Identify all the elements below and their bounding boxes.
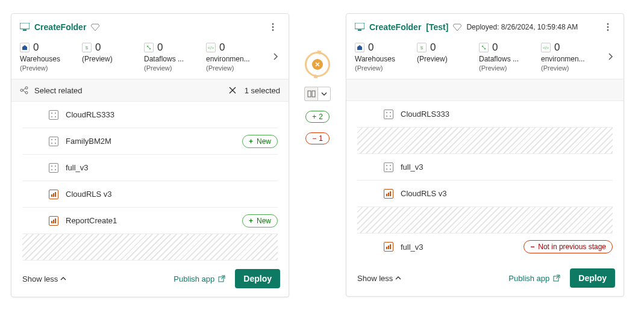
card-title[interactable]: CreateFolder [369,22,421,32]
stat-label: Warehouses [355,55,410,63]
svg-rect-65 [388,246,389,249]
stat-tile[interactable]: 0Warehouses(Preview) [355,42,417,72]
stat-count: 0 [33,42,39,54]
list-item[interactable]: CloudRLS v3 [22,181,278,208]
stat-count: 0 [157,42,163,54]
svg-rect-41 [312,91,315,97]
chevron-up-icon [396,277,401,279]
card-header: CreateFolder [11,14,289,38]
stat-label: environmen... [206,55,261,63]
publish-app-link[interactable]: Publish app [508,274,560,283]
show-less-toggle[interactable]: Show less [22,274,66,283]
list-item[interactable]: CloudRLS333 [22,102,278,128]
item-name: CloudRLS333 [66,110,278,119]
stat-tile[interactable]: </>0environmen...(Preview) [541,42,603,72]
svg-rect-34 [53,220,54,223]
card-title[interactable]: CreateFolder [34,22,86,32]
list-item[interactable]: CloudRLS333 [357,101,613,128]
added-count-pill[interactable]: + 2 [305,111,330,123]
item-name: FamilyBM2M [66,137,235,146]
stage-card-dev: CreateFolder 0Warehouses(Preview)$0(Prev… [11,13,289,297]
stat-tile[interactable]: 0Dataflows ...(Preview) [144,42,206,72]
card-footer: Show less Publish app Deploy [11,261,289,297]
svg-point-45 [607,26,609,28]
list-item[interactable]: full_v3−Not in previous stage [357,234,613,260]
chevron-down-icon [321,91,327,97]
svg-point-21 [55,116,56,117]
clear-selection-button[interactable] [227,84,239,96]
stat-icon [20,43,30,52]
stats-scroll-right-button[interactable] [603,49,617,64]
workspace-icon [20,23,30,31]
svg-rect-35 [55,218,56,223]
removed-count-pill[interactable]: − 1 [305,132,330,144]
stat-icon: $ [82,43,92,52]
stat-tile[interactable]: 0Warehouses(Preview) [20,42,82,72]
compare-dropdown-button[interactable] [317,87,331,101]
stat-count: 0 [95,42,101,54]
deploy-button[interactable]: Deploy [235,269,280,288]
stat-tile[interactable]: $0(Preview) [417,42,479,63]
stat-preview: (Preview) [144,64,206,72]
stage-card-test: CreateFolder [Test] Deployed: 8/26/2024,… [346,13,624,297]
stat-icon [479,43,489,52]
svg-line-9 [148,46,150,49]
stat-icon [144,43,154,52]
svg-rect-43 [358,29,361,31]
stats-scroll-right-button[interactable] [268,49,283,64]
svg-point-3 [272,26,274,28]
show-less-toggle[interactable]: Show less [357,274,401,283]
list-item[interactable]: full_v3 [357,154,613,181]
empty-slot [357,207,613,234]
item-name: full_v3 [66,163,278,172]
premium-diamond-icon [453,23,461,31]
svg-point-25 [55,143,56,144]
item-name: CloudRLS v3 [66,190,278,199]
more-options-button[interactable] [266,20,280,34]
svg-point-26 [51,166,52,167]
minus-icon: − [312,134,316,143]
svg-point-53 [386,112,387,113]
deployed-timestamp: Deployed: 8/26/2024, 10:59:48 AM [466,23,578,31]
svg-rect-64 [386,247,387,249]
stat-tile[interactable]: </>0environmen...(Preview) [206,42,268,72]
svg-point-55 [386,116,387,117]
minus-icon: − [530,243,534,251]
deploy-button[interactable]: Deploy [570,268,615,288]
new-badge: +New [242,214,278,228]
list-item[interactable]: CloudRLS v3 [357,181,613,207]
svg-point-24 [51,143,52,144]
compare-side-by-side-button[interactable] [304,87,317,101]
svg-line-37 [221,276,225,279]
compare-column: + 2 − 1 [300,13,335,144]
item-list: CloudRLS333FamilyBM2M+Newfull_v3CloudRLS… [11,102,289,261]
stat-icon: </> [206,43,216,52]
card-title-suffix: [Test] [426,22,448,32]
missing-badge: −Not in previous stage [524,240,613,253]
item-type-icon [384,189,393,199]
item-type-icon [384,162,393,172]
list-item[interactable]: FamilyBM2M+New [22,128,278,155]
list-item[interactable]: full_v3 [22,155,278,181]
open-external-icon [553,274,560,282]
stat-preview: (Preview) [20,64,82,72]
compare-status-icon[interactable] [305,52,330,77]
svg-point-56 [390,116,391,117]
item-type-icon [384,242,393,252]
svg-marker-47 [357,45,362,50]
stat-preview: (Preview) [206,64,268,72]
publish-app-link[interactable]: Publish app [174,274,225,283]
plus-icon: + [249,137,253,146]
svg-line-14 [23,88,25,91]
stat-count: 0 [554,42,560,54]
stat-label: Dataflows ... [144,55,199,63]
stat-count: 0 [219,42,225,54]
empty-slot [22,234,278,261]
list-item[interactable]: ReportCreate1+New [22,208,278,234]
more-options-button[interactable] [601,20,615,34]
stat-tile[interactable]: $0(Preview) [82,42,144,63]
item-type-icon [49,110,58,120]
select-related-label[interactable]: Select related [34,86,83,95]
stat-tile[interactable]: 0Dataflows ...(Preview) [479,42,541,72]
svg-point-18 [51,113,52,114]
